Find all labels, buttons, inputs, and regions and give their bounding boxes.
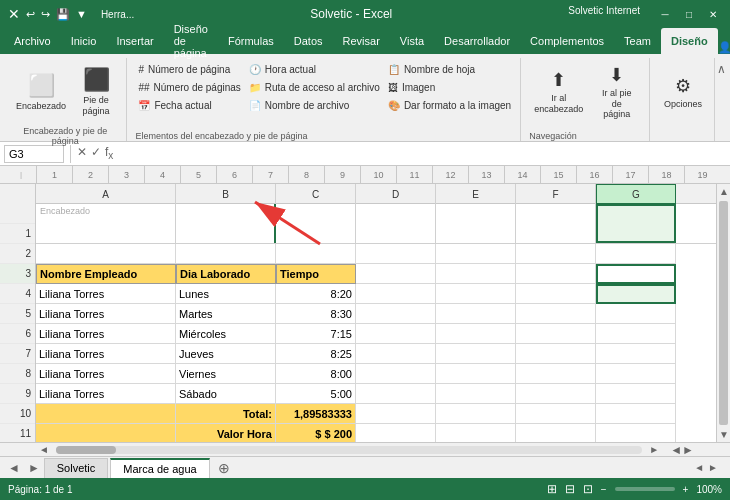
zoom-slider[interactable] (615, 487, 675, 491)
cell-G5[interactable] (596, 324, 676, 344)
cell-D5[interactable] (356, 324, 436, 344)
tab-desarrollador[interactable]: Desarrollador (434, 28, 520, 54)
encabezado-btn[interactable]: ⬜ Encabezado (10, 60, 72, 124)
zoom-in-btn[interactable]: + (683, 484, 689, 495)
cell-F1[interactable] (516, 244, 596, 264)
cell-G4[interactable] (596, 304, 676, 324)
dar-formato-btn[interactable]: 🎨 Dar formato a la imagen (385, 96, 514, 114)
share-button[interactable]: 👤 Compartir (718, 41, 730, 54)
tab-solvetic[interactable]: Solvetic (44, 458, 109, 478)
cell-A5[interactable]: Liliana Torres (36, 324, 176, 344)
cell-E2[interactable] (436, 264, 516, 284)
collapse-ribbon-btn[interactable]: ∧ (717, 62, 726, 76)
col-G[interactable]: G (596, 184, 676, 204)
cell-A8[interactable]: Liliana Torres (36, 384, 176, 404)
ir-encabezado-btn[interactable]: ⬆ Ir alencabezado (529, 60, 588, 124)
cell-A2[interactable]: Nombre Empleado (36, 264, 176, 284)
page-break-btn[interactable]: ⊡ (583, 482, 593, 496)
sheet-scroll-left[interactable]: ◄ (694, 462, 704, 473)
cell-G1[interactable] (596, 244, 676, 264)
tab-vista[interactable]: Vista (390, 28, 434, 54)
name-box[interactable]: G3 (4, 145, 64, 163)
cell-B1[interactable] (176, 244, 276, 264)
cell-C8[interactable]: 5:00 (276, 384, 356, 404)
cell-F6[interactable] (516, 344, 596, 364)
hscroll-thumb[interactable] (56, 446, 116, 454)
cell-D1[interactable] (356, 244, 436, 264)
tab-next-btn[interactable]: ► (24, 461, 44, 475)
col-A[interactable]: A (36, 184, 176, 204)
nombre-hoja-btn[interactable]: 📋 Nombre de hoja (385, 60, 514, 78)
horizontal-scrollbar[interactable]: ◄ ► ◄ ► (0, 442, 730, 456)
cell-F2[interactable] (516, 264, 596, 284)
scroll-up-btn[interactable]: ▲ (717, 184, 730, 199)
tab-marca-de-agua[interactable]: Marca de agua (110, 458, 209, 478)
cell-B4[interactable]: Martes (176, 304, 276, 324)
undo-btn[interactable]: ↩ (26, 8, 35, 21)
vertical-scrollbar[interactable]: ▲ ▼ (716, 184, 730, 442)
cell-A4[interactable]: Liliana Torres (36, 304, 176, 324)
col-C[interactable]: C (276, 184, 356, 204)
cell-F3[interactable] (516, 284, 596, 304)
cell-F9[interactable] (516, 404, 596, 424)
cell-E4[interactable] (436, 304, 516, 324)
cell-E7[interactable] (436, 364, 516, 384)
scroll-down-btn[interactable]: ▼ (717, 427, 730, 442)
cell-B3[interactable]: Lunes (176, 284, 276, 304)
cell-C6[interactable]: 8:25 (276, 344, 356, 364)
cell-G8[interactable] (596, 384, 676, 404)
cell-D9[interactable] (356, 404, 436, 424)
prev-page-btn[interactable]: ◄ (670, 443, 682, 457)
cell-C10[interactable]: $ $ 200 (276, 424, 356, 442)
tab-diseno-pagina[interactable]: Diseño de página (164, 28, 218, 54)
confirm-formula-btn[interactable]: ✓ (91, 145, 101, 161)
scroll-thumb[interactable] (719, 201, 728, 425)
cell-D7[interactable] (356, 364, 436, 384)
cell-B2[interactable]: Dia Laborado (176, 264, 276, 284)
cell-F10[interactable] (516, 424, 596, 442)
cell-D10[interactable] (356, 424, 436, 442)
cell-F7[interactable] (516, 364, 596, 384)
add-sheet-btn[interactable]: ⊕ (212, 460, 236, 476)
hora-actual-btn[interactable]: 🕐 Hora actual (246, 60, 383, 78)
tab-prev-btn[interactable]: ◄ (4, 461, 24, 475)
cell-E3[interactable] (436, 284, 516, 304)
normal-view-btn[interactable]: ⊞ (547, 482, 557, 496)
col-D[interactable]: D (356, 184, 436, 204)
pie-pagina-btn[interactable]: ⬛ Pie depágina (74, 60, 118, 124)
cell-B10[interactable]: Valor Hora (176, 424, 276, 442)
save-btn[interactable]: 💾 (56, 8, 70, 21)
cell-C5[interactable]: 7:15 (276, 324, 356, 344)
tab-datos[interactable]: Datos (284, 28, 333, 54)
cell-C2[interactable]: Tiempo (276, 264, 356, 284)
cell-F4[interactable] (516, 304, 596, 324)
cell-D2[interactable] (356, 264, 436, 284)
cell-B6[interactable]: Jueves (176, 344, 276, 364)
cell-A7[interactable]: Liliana Torres (36, 364, 176, 384)
fecha-actual-btn[interactable]: 📅 Fecha actual (135, 96, 243, 114)
cell-E9[interactable] (436, 404, 516, 424)
cell-C7[interactable]: 8:00 (276, 364, 356, 384)
minimize-btn[interactable]: ─ (656, 5, 674, 23)
cell-A3[interactable]: Liliana Torres (36, 284, 176, 304)
col-E[interactable]: E (436, 184, 516, 204)
maximize-btn[interactable]: □ (680, 5, 698, 23)
tab-revisar[interactable]: Revisar (333, 28, 390, 54)
cell-G9[interactable] (596, 404, 676, 424)
cell-B7[interactable]: Viernes (176, 364, 276, 384)
tab-formulas[interactable]: Fórmulas (218, 28, 284, 54)
num-pagina-btn[interactable]: # Número de página (135, 60, 243, 78)
opciones-btn[interactable]: ⚙ Opciones (658, 60, 708, 124)
scroll-left-btn[interactable]: ◄ (36, 444, 52, 455)
cell-F8[interactable] (516, 384, 596, 404)
cell-E8[interactable] (436, 384, 516, 404)
cell-C9[interactable]: 1,89583333 (276, 404, 356, 424)
tab-complementos[interactable]: Complementos (520, 28, 614, 54)
cell-C3[interactable]: 8:20 (276, 284, 356, 304)
col-F[interactable]: F (516, 184, 596, 204)
cell-C4[interactable]: 8:30 (276, 304, 356, 324)
cell-B8[interactable]: Sábado (176, 384, 276, 404)
cell-B5[interactable]: Miércoles (176, 324, 276, 344)
cell-D3[interactable] (356, 284, 436, 304)
cell-D8[interactable] (356, 384, 436, 404)
